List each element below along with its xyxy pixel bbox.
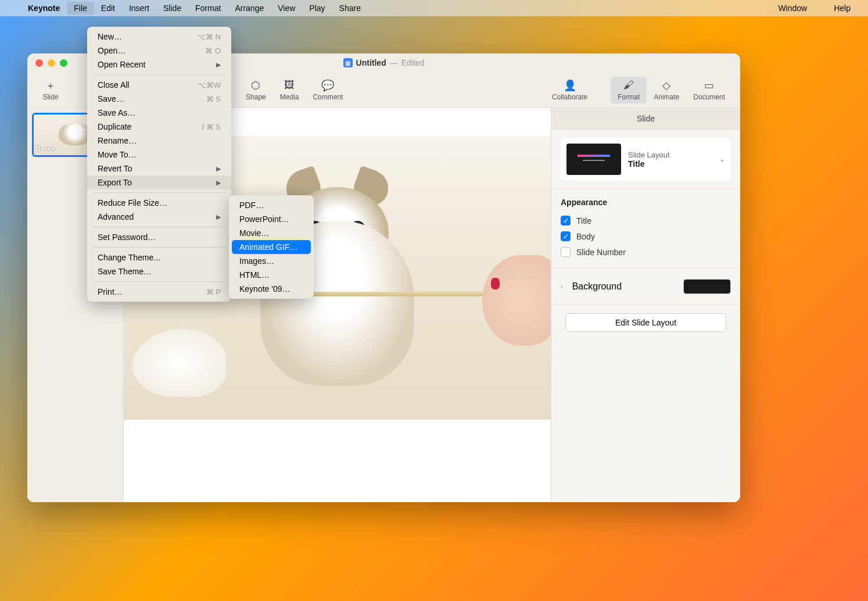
menu-duplicate[interactable]: Duplicate⇧⌘ S: [87, 120, 231, 134]
menu-move-to[interactable]: Move To…: [87, 148, 231, 162]
export-animated-gif[interactable]: Animated GIF…: [232, 240, 311, 254]
tool-animate[interactable]: ◇Animate: [647, 77, 686, 103]
checkbox-body-label: Body: [576, 232, 595, 241]
menubar: Keynote File Edit Insert Slide Format Ar…: [0, 0, 868, 16]
checkbox-body[interactable]: ✓: [561, 231, 571, 241]
menu-share[interactable]: Share: [332, 2, 368, 15]
tool-shape-label: Shape: [246, 93, 266, 101]
close-window-icon[interactable]: [35, 59, 43, 67]
submenu-arrow-icon: ▶: [216, 165, 221, 173]
tool-format[interactable]: 🖌Format: [611, 77, 647, 103]
menu-insert[interactable]: Insert: [122, 2, 156, 15]
menu-arrange[interactable]: Arrange: [228, 2, 271, 15]
inspector-panel: Slide Slide Layout Title ⌄ Appearance ✓ …: [551, 108, 740, 502]
menu-change-theme[interactable]: Change Theme...: [87, 251, 231, 264]
menu-print[interactable]: Print…⌘ P: [87, 285, 231, 299]
tool-collaborate[interactable]: 👤Collaborate: [545, 77, 594, 103]
menu-edit[interactable]: Edit: [94, 2, 122, 15]
plus-slide-icon: ＋: [45, 79, 56, 92]
tool-slide[interactable]: ＋Slide: [35, 77, 66, 103]
menu-format[interactable]: Format: [188, 2, 228, 15]
shape-icon: ⬡: [251, 79, 260, 92]
document-pane-icon: ▭: [704, 79, 714, 92]
tool-slide-label: Slide: [43, 93, 59, 101]
checkbox-slidenumber-row[interactable]: Slide Number: [561, 244, 731, 260]
menu-set-password[interactable]: Set Password…: [87, 230, 231, 244]
menu-revert-to[interactable]: Revert To▶: [87, 162, 231, 176]
layout-label: Slide Layout: [628, 151, 712, 159]
menu-view[interactable]: View: [271, 2, 302, 15]
export-submenu: PDF… PowerPoint… Movie… Animated GIF… Im…: [229, 195, 314, 299]
tool-animate-label: Animate: [654, 93, 679, 101]
menu-open[interactable]: Open…⌘ O: [87, 44, 231, 58]
menu-save-as[interactable]: Save As…: [87, 106, 231, 120]
menu-app[interactable]: Keynote: [21, 2, 67, 15]
background-row[interactable]: › Background: [561, 277, 731, 296]
menu-export-to[interactable]: Export To▶: [87, 176, 231, 189]
export-movie[interactable]: Movie…: [229, 226, 314, 240]
tool-comment[interactable]: 💬Comment: [306, 77, 350, 103]
menu-advanced[interactable]: Advanced▶: [87, 210, 231, 224]
document-status: Edited: [401, 58, 425, 67]
menu-new[interactable]: New…⌥⌘ N: [87, 30, 231, 44]
inspector-tab-slide[interactable]: Slide: [551, 108, 740, 130]
minimize-window-icon[interactable]: [48, 59, 55, 67]
menu-window[interactable]: Window: [771, 2, 814, 15]
edit-slide-layout-button[interactable]: Edit Slide Layout: [565, 313, 726, 332]
document-icon: ▦: [343, 58, 353, 67]
tool-document[interactable]: ▭Document: [686, 77, 732, 103]
layout-preview-icon: [566, 144, 621, 175]
chevron-right-icon: ›: [561, 283, 563, 290]
tool-media[interactable]: 🖼Media: [273, 77, 306, 103]
animate-icon: ◇: [662, 79, 670, 92]
checkbox-title-row[interactable]: ✓ Title: [561, 213, 731, 228]
export-powerpoint[interactable]: PowerPoint…: [229, 212, 314, 226]
tool-format-label: Format: [618, 93, 640, 101]
slide-layout-selector[interactable]: Slide Layout Title ⌄: [561, 138, 731, 181]
media-icon: 🖼: [284, 79, 295, 92]
menu-play[interactable]: Play: [302, 2, 332, 15]
export-images[interactable]: Images…: [229, 254, 314, 268]
menu-help[interactable]: Help: [827, 2, 858, 15]
appearance-title: Appearance: [561, 198, 731, 207]
checkbox-title-label: Title: [576, 216, 591, 226]
menu-file[interactable]: File: [67, 2, 94, 15]
tool-collaborate-label: Collaborate: [552, 93, 587, 101]
export-pdf[interactable]: PDF…: [229, 198, 314, 212]
submenu-arrow-icon: ▶: [216, 61, 221, 69]
menu-slide[interactable]: Slide: [156, 2, 188, 15]
menu-save-theme[interactable]: Save Theme…: [87, 264, 231, 278]
checkbox-title[interactable]: ✓: [561, 216, 571, 226]
file-menu-dropdown: New…⌥⌘ N Open…⌘ O Open Recent▶ Close All…: [87, 27, 231, 302]
layout-name: Title: [628, 159, 712, 169]
background-label: Background: [572, 281, 622, 292]
slide-options-icon[interactable]: •••: [44, 144, 55, 153]
menu-save[interactable]: Save…⌘ S: [87, 92, 231, 106]
chevron-down-icon: ⌄: [719, 155, 725, 163]
submenu-arrow-icon: ▶: [216, 179, 221, 187]
checkbox-slidenumber-label: Slide Number: [576, 248, 626, 257]
menu-rename[interactable]: Rename…: [87, 134, 231, 148]
background-swatch[interactable]: [683, 279, 731, 294]
menu-open-recent[interactable]: Open Recent▶: [87, 58, 231, 71]
comment-icon: 💬: [321, 79, 334, 92]
export-keynote09[interactable]: Keynote '09…: [229, 282, 314, 296]
document-title: Untitled: [356, 58, 386, 67]
collaborate-icon: 👤: [564, 79, 576, 92]
tool-media-label: Media: [280, 93, 299, 101]
format-icon: 🖌: [623, 79, 634, 92]
tool-shape[interactable]: ⬡Shape: [239, 77, 273, 103]
menu-close-all[interactable]: Close All⌥⌘W: [87, 78, 231, 92]
tool-comment-label: Comment: [313, 93, 343, 101]
submenu-arrow-icon: ▶: [216, 213, 221, 221]
title-separator: —: [390, 58, 398, 67]
menu-reduce-file-size[interactable]: Reduce File Size…: [87, 196, 231, 210]
slide-number: 1: [37, 145, 41, 153]
checkbox-slidenumber[interactable]: [561, 247, 571, 257]
checkbox-body-row[interactable]: ✓ Body: [561, 228, 731, 244]
tool-document-label: Document: [693, 93, 725, 101]
maximize-window-icon[interactable]: [60, 59, 67, 67]
export-html[interactable]: HTML…: [229, 268, 314, 282]
